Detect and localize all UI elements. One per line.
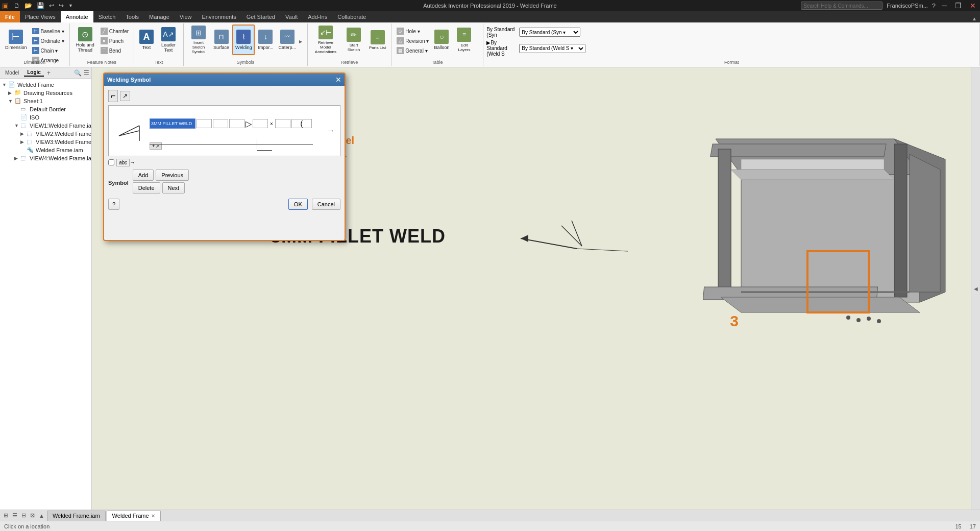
table-group-label: Table	[432, 60, 443, 65]
tab-collaborate[interactable]: Collaborate	[332, 11, 371, 22]
ok-btn[interactable]: OK	[288, 199, 308, 210]
tab-environments[interactable]: Environments	[197, 11, 241, 22]
all-around-checkbox[interactable]	[108, 159, 114, 165]
symbol-section-label: Symbol	[108, 180, 129, 186]
tree-root[interactable]: ▼ 📄 Welded Frame	[2, 81, 89, 89]
qa-more[interactable]: ▼	[67, 3, 75, 9]
weld-box-1[interactable]	[197, 119, 212, 128]
tab-sketch[interactable]: Sketch	[93, 11, 121, 22]
parts-list-btn[interactable]: ≡ Parts List	[367, 25, 388, 55]
close-btn[interactable]: ✕	[968, 2, 978, 10]
previous-btn[interactable]: Previous	[156, 170, 189, 181]
weld-box-2[interactable]	[213, 119, 228, 128]
leader-type-btn[interactable]: ⌐	[108, 90, 118, 102]
tree-drawing-resources[interactable]: ▶ 📁 Drawing Resources	[2, 89, 89, 97]
tab-annotate[interactable]: Annotate	[61, 11, 93, 22]
help-icon[interactable]: ?	[932, 2, 936, 10]
tab-manage[interactable]: Manage	[144, 11, 175, 22]
nav-sheet-icon[interactable]: ⊠	[29, 512, 36, 519]
qa-open[interactable]: 📂	[23, 2, 34, 10]
nav-up-icon[interactable]: ▲	[37, 513, 46, 519]
ribbon-collapse-btn[interactable]: ▲	[969, 15, 980, 22]
surface-btn[interactable]: ⊓ Surface	[211, 25, 231, 55]
bottom-tab-welded-frame[interactable]: Welded Frame ✕	[107, 511, 161, 521]
hole-thread-btn[interactable]: ⊙ Hole and Thread	[73, 25, 97, 55]
add-btn[interactable]: Add	[133, 170, 154, 181]
weld-box-3[interactable]	[229, 119, 244, 128]
tab-vault[interactable]: Vault	[280, 11, 303, 22]
tree-default-border[interactable]: ▭ Default Border	[2, 105, 89, 113]
dialog-close-btn[interactable]: ✕	[335, 76, 341, 84]
weld-text-input[interactable]	[150, 118, 195, 129]
cancel-btn[interactable]: Cancel	[312, 199, 340, 210]
qa-save[interactable]: 💾	[35, 2, 46, 10]
dialog-title: Welding Symbol	[107, 77, 151, 83]
leader-arrow-btn[interactable]: ↗	[120, 91, 130, 101]
svg-rect-12	[894, 144, 907, 297]
bend-btn[interactable]: ⌒ Bend	[99, 46, 131, 55]
next-btn[interactable]: Next	[162, 182, 185, 194]
qa-new[interactable]: 🗋	[12, 2, 21, 10]
tab-view[interactable]: View	[175, 11, 197, 22]
chain-btn[interactable]: ⊢ Chain ▾	[30, 46, 66, 55]
format-weld-select[interactable]: By Standard (Weld S ▾	[519, 44, 585, 53]
tab-get-started[interactable]: Get Started	[241, 11, 280, 22]
dialog-leader-start	[114, 115, 144, 146]
right-panel-collapse[interactable]: ◀	[971, 67, 980, 510]
start-sketch-btn[interactable]: ✏ Start Sketch	[341, 25, 366, 55]
import-btn[interactable]: ↓ Impor...	[256, 25, 275, 55]
ordinate-btn[interactable]: ⊢ Ordinate ▾	[30, 36, 66, 45]
panel-search-btn[interactable]: 🔍	[74, 69, 82, 77]
qa-redo[interactable]: ↪	[57, 2, 65, 10]
welding-symbol-dialog: Welding Symbol ✕ ⌐ ↗	[103, 73, 346, 241]
insert-sketch-symbol-btn[interactable]: ⊞ Insert Sketch Symbol	[187, 25, 210, 55]
revision-btn[interactable]: △ Revision ▾	[395, 36, 431, 45]
search-input[interactable]	[801, 2, 883, 10]
weld-bracket[interactable]: (	[291, 119, 312, 128]
restore-btn[interactable]: ❐	[953, 2, 964, 10]
tab-file[interactable]: File	[0, 11, 20, 22]
tab-add-ins[interactable]: Add-Ins	[303, 11, 332, 22]
qa-undo[interactable]: ↩	[47, 2, 56, 10]
weld-box-5[interactable]	[275, 119, 290, 128]
app-icon: ▣	[2, 2, 9, 10]
nav-grid-icon[interactable]: ⊟	[20, 512, 28, 519]
minimize-btn[interactable]: ─	[940, 2, 949, 10]
svg-marker-18	[721, 297, 920, 312]
tree-view4[interactable]: ▶ ⬚ VIEW4:Welded Frame.iam	[2, 154, 89, 162]
tree-view2[interactable]: ▶ ⬚ VIEW2:Welded Frame.iam	[2, 130, 89, 138]
hole-table-btn[interactable]: ⊙ Hole ▾	[395, 27, 431, 36]
weld-box-4[interactable]	[253, 119, 268, 128]
bottom-tab-close-btn[interactable]: ✕	[151, 513, 155, 519]
panel-menu-btn[interactable]: ☰	[84, 69, 89, 77]
general-btn[interactable]: ▦ General ▾	[395, 46, 431, 55]
tree-view1[interactable]: ▼ ⬚ VIEW1:Welded Frame.iam	[2, 122, 89, 130]
tree-view3[interactable]: ▶ ⬚ VIEW3:Welded Frame.iam	[2, 138, 89, 146]
edit-layers-btn[interactable]: ≡ Edit Layers	[452, 25, 476, 55]
caterpillar-btn[interactable]: 〰 Caterp...	[276, 25, 298, 55]
tree-iso[interactable]: 📄 ISO	[2, 113, 89, 122]
dimension-btn[interactable]: ⊢ Dimension	[3, 25, 29, 55]
retrieve-model-annotations-btn[interactable]: ↙⊢ Retrieve Model Annotations	[311, 25, 340, 55]
balloon-btn[interactable]: ○ Balloon	[432, 25, 451, 55]
bottom-tab-welded-frame-iam[interactable]: Welded Frame.iam	[47, 511, 106, 521]
text-btn[interactable]: A Text	[137, 25, 156, 55]
nav-list-icon[interactable]: ☰	[11, 512, 19, 519]
weld-triangle: ▷	[246, 119, 252, 129]
leader-text-btn[interactable]: A↗ Leader Text	[157, 25, 180, 55]
tree-welded-frame-iam[interactable]: 🔩 Welded Frame.iam	[2, 146, 89, 154]
delete-btn[interactable]: Delete	[133, 182, 160, 194]
help-btn[interactable]: ?	[108, 199, 119, 210]
svg-rect-11	[718, 149, 731, 297]
tab-place-views[interactable]: Place Views	[20, 11, 61, 22]
welding-btn[interactable]: ⌇ Welding	[232, 25, 255, 55]
tree-sheet-1[interactable]: ▼ 📋 Sheet:1	[2, 97, 89, 105]
baseline-btn[interactable]: ⊢ Baseline ▾	[30, 27, 66, 36]
symbols-expand-btn[interactable]: ▶	[299, 25, 304, 59]
punch-btn[interactable]: ● Punch	[99, 36, 131, 45]
nav-prev-icon[interactable]: ⊞	[2, 512, 10, 519]
all-around-label: abc→	[116, 159, 135, 165]
tab-tools[interactable]: Tools	[120, 11, 144, 22]
format-style-select[interactable]: By Standard (Syn ▾	[519, 28, 580, 37]
chamfer-btn[interactable]: ╱ Chamfer	[99, 27, 131, 36]
